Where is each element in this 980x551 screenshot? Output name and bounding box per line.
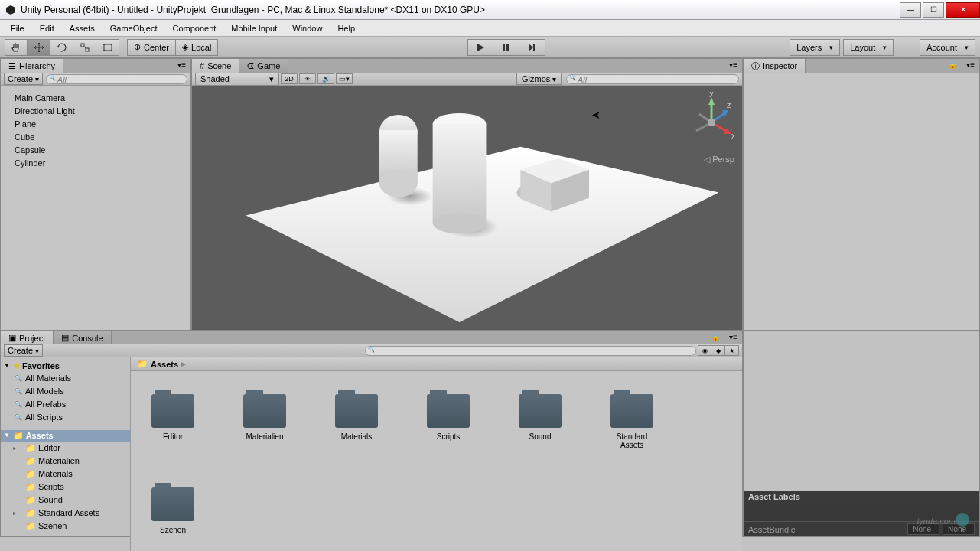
panel-menu-icon[interactable]: ▾≡ xyxy=(173,59,190,73)
menu-window[interactable]: Window xyxy=(285,21,330,35)
rotate-tool[interactable] xyxy=(50,39,73,56)
menu-file[interactable]: File xyxy=(3,21,32,35)
pivot-center-button[interactable]: ⊕Center xyxy=(127,39,176,56)
tree-folder[interactable]: 📁 Szenen xyxy=(1,520,130,533)
move-tool[interactable] xyxy=(28,39,50,56)
inspector-lower: Asset Labels AssetBundle None None xyxy=(743,331,980,537)
inspector-tab[interactable]: ⓘInspector xyxy=(744,59,806,73)
menu-mobile-input[interactable]: Mobile Input xyxy=(223,21,285,35)
audio-toggle[interactable]: 🔊 xyxy=(317,73,334,84)
account-dropdown[interactable]: Account xyxy=(920,39,975,56)
hierarchy-item[interactable]: Capsule xyxy=(15,144,190,157)
asset-folder[interactable]: Materialien xyxy=(238,394,291,449)
save-search-icon[interactable]: ★ xyxy=(725,345,739,356)
pause-button[interactable] xyxy=(493,39,519,56)
favorites-header[interactable]: ★Favorites xyxy=(1,360,130,372)
perspective-label[interactable]: ◁ Persp xyxy=(704,155,734,165)
folder-large-icon xyxy=(335,394,378,428)
mode-2d-toggle[interactable]: 2D xyxy=(281,73,298,84)
assetbundle-variant-dropdown[interactable]: None xyxy=(943,523,975,535)
assetbundle-name-dropdown[interactable]: None xyxy=(907,523,939,535)
hierarchy-item[interactable]: Plane xyxy=(15,118,190,131)
hierarchy-item[interactable]: Cylinder xyxy=(15,157,190,170)
panel-menu-icon[interactable]: ▾≡ xyxy=(962,59,979,73)
filter-icon[interactable]: ◉ xyxy=(698,345,711,356)
fx-toggle[interactable]: ▭▾ xyxy=(336,73,353,84)
svg-point-22 xyxy=(433,212,487,233)
orientation-gizmo[interactable]: y x z xyxy=(689,92,734,153)
close-button[interactable]: ✕ xyxy=(946,2,980,18)
lighting-toggle[interactable]: ☀ xyxy=(299,73,316,84)
favorite-item[interactable]: All Models xyxy=(1,385,130,398)
menu-help[interactable]: Help xyxy=(330,21,363,35)
maximize-button[interactable]: ☐ xyxy=(923,2,944,18)
asset-folder[interactable]: Scripts xyxy=(422,394,475,449)
svg-text:y: y xyxy=(709,92,714,97)
asset-folder[interactable]: Szenen xyxy=(146,487,200,534)
tree-folder[interactable]: 📁 Standard Assets xyxy=(1,507,130,520)
favorite-item[interactable]: All Materials xyxy=(1,372,130,385)
hand-tool[interactable] xyxy=(5,39,28,56)
menu-gameobject[interactable]: GameObject xyxy=(103,21,165,35)
assetbundle-label: AssetBundle xyxy=(748,525,796,534)
hierarchy-item[interactable]: Main Camera xyxy=(15,92,190,105)
breadcrumb[interactable]: 📁Assets ▸ xyxy=(131,357,742,371)
svg-rect-3 xyxy=(104,44,112,51)
local-icon: ◈ xyxy=(182,42,188,52)
filter-type-icon[interactable]: ◆ xyxy=(711,345,725,356)
console-tab[interactable]: ▤Console xyxy=(54,331,111,344)
project-search[interactable] xyxy=(365,346,696,356)
inspector-body xyxy=(744,73,979,330)
asset-folder[interactable]: Editor xyxy=(146,394,200,449)
asset-folder[interactable]: Sound xyxy=(513,394,567,449)
lock-icon[interactable]: 🔒 xyxy=(943,59,962,73)
menu-assets[interactable]: Assets xyxy=(62,21,103,35)
project-tree[interactable]: ★Favorites All Materials All Models All … xyxy=(1,357,131,551)
svg-marker-0 xyxy=(6,5,15,15)
lock-icon[interactable]: 🔒 xyxy=(706,331,724,344)
scene-search[interactable]: All xyxy=(566,74,739,84)
svg-rect-9 xyxy=(503,44,505,51)
hierarchy-item[interactable]: Cube xyxy=(15,131,190,144)
panel-menu-icon[interactable]: ▾≡ xyxy=(724,59,742,73)
tree-folder[interactable]: 📁 Scripts xyxy=(1,481,130,494)
gizmos-dropdown[interactable]: Gizmos ▾ xyxy=(516,73,562,85)
menu-edit[interactable]: Edit xyxy=(32,21,62,35)
play-button[interactable] xyxy=(467,39,493,56)
project-tab[interactable]: ▣Project xyxy=(1,331,54,344)
layers-dropdown[interactable]: Layers xyxy=(790,39,840,56)
scene-viewport[interactable]: y x z ◁ Persp ➤ xyxy=(192,86,742,330)
shading-mode-dropdown[interactable]: Shaded ▾ xyxy=(195,73,279,86)
favorite-item[interactable]: All Scripts xyxy=(1,411,130,424)
asset-grid[interactable]: Editor Materialien Materials Scripts Sou… xyxy=(131,371,742,551)
assets-root[interactable]: 📁 Assets xyxy=(1,430,130,442)
folder-large-icon xyxy=(427,394,470,428)
hierarchy-search[interactable]: All xyxy=(46,74,187,84)
project-create-dropdown[interactable]: Create ▾ xyxy=(4,344,43,357)
asset-folder[interactable]: Standard Assets xyxy=(605,394,659,449)
minimize-button[interactable]: — xyxy=(900,2,921,18)
hierarchy-item[interactable]: Directional Light xyxy=(15,105,190,118)
layout-dropdown[interactable]: Layout xyxy=(843,39,894,56)
hierarchy-tab[interactable]: ☰Hierarchy xyxy=(1,59,63,73)
rect-tool[interactable] xyxy=(96,39,119,56)
svg-point-7 xyxy=(111,50,112,51)
scene-3d-view xyxy=(192,86,742,330)
hierarchy-list[interactable]: Main Camera Directional Light Plane Cube… xyxy=(1,86,190,170)
game-tab[interactable]: ᗧGame xyxy=(239,59,288,73)
scene-tab[interactable]: #Scene xyxy=(192,59,239,73)
tree-folder[interactable]: 📁 Sound xyxy=(1,494,130,507)
menu-component[interactable]: Component xyxy=(164,21,223,35)
pivot-local-button[interactable]: ◈Local xyxy=(176,39,218,56)
hierarchy-panel: ☰Hierarchy ▾≡ Create ▾ All Main Camera D… xyxy=(0,58,191,331)
scale-tool[interactable] xyxy=(73,39,96,56)
tree-folder[interactable]: 📁 Materials xyxy=(1,468,130,481)
hierarchy-create-dropdown[interactable]: Create ▾ xyxy=(4,73,43,85)
asset-folder[interactable]: Materials xyxy=(330,394,383,449)
panel-menu-icon[interactable]: ▾≡ xyxy=(724,331,742,344)
favorite-item[interactable]: All Prefabs xyxy=(1,398,130,411)
tree-folder[interactable]: 📁 Editor xyxy=(1,442,130,455)
step-button[interactable] xyxy=(519,39,545,56)
asset-labels-header[interactable]: Asset Labels xyxy=(744,491,979,504)
tree-folder[interactable]: 📁 Materialien xyxy=(1,455,130,468)
